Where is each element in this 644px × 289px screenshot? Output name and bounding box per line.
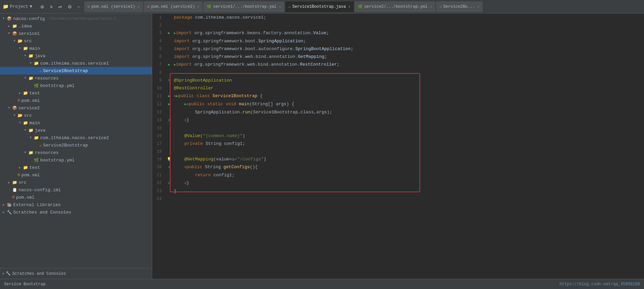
tab-tab-bootstrap-service1[interactable]: 🌿 service1/.../bootstrap.yml ✕ [203, 1, 284, 12]
settings-btn[interactable]: ⚙ [66, 3, 73, 10]
gutter-24[interactable] [166, 195, 172, 203]
gutter-13[interactable] [166, 108, 172, 116]
code-content-4[interactable]: import org.springframework.boot.SpringAp… [172, 37, 644, 45]
tree-item-src-root[interactable]: ▶ 📁 src [0, 179, 152, 186]
tree-item-resources-s2[interactable]: ▼ 📁 resources [0, 149, 152, 156]
fold-btn-9[interactable]: ⊙ [168, 79, 170, 82]
tab-close-tab-bootstrap-service1[interactable]: ✕ [279, 5, 281, 9]
code-content-13[interactable]: SpringApplication.run(Service1Bootstrap.… [172, 108, 644, 116]
tree-item-test-s2[interactable]: ▶ 📁 test [0, 164, 152, 171]
code-content-3[interactable]: ▶import org.springframework.beans.factor… [172, 29, 644, 37]
tree-item-bootstrap-yml-s2[interactable]: 🌿 bootstrap.yml [0, 156, 152, 164]
tree-item-test-s1[interactable]: ▶ 📁 test [0, 89, 152, 97]
code-content-2[interactable] [172, 21, 644, 29]
run-btn-12[interactable]: ▶ [168, 102, 170, 106]
tab-close-tab-pom-service1[interactable]: ✕ [138, 5, 140, 9]
code-content-12[interactable]: ▶⊙public static void main(String[] args)… [172, 100, 644, 108]
gutter-3[interactable]: ▶ [166, 29, 172, 37]
gutter-1[interactable] [166, 14, 172, 21]
tab-tab-bootstrap-service2[interactable]: 🌿 service2/.../bootstrap.yml ✕ [354, 1, 435, 12]
tree-item-pom-s2[interactable]: m pom.xml [0, 171, 152, 179]
code-content-17[interactable]: private String config1; [172, 140, 644, 148]
tree-item-com-s1[interactable]: ▼ 📁 com.itheima.nacos.service1 [0, 60, 152, 67]
gutter-12[interactable]: ▶ [166, 100, 172, 108]
tree-item-main-s1[interactable]: ▼ 📁 main [0, 45, 152, 52]
sync-btn[interactable]: ⊕ [39, 3, 46, 10]
code-content-5[interactable]: import org.springframework.boot.autoconf… [172, 45, 644, 53]
code-content-7[interactable]: ▶import org.springframework.web.bind.ann… [172, 61, 644, 69]
tree-item-nacos-config-iml[interactable]: 📋 nacos-config.iml [0, 186, 152, 194]
tree-item-pom-s1[interactable]: m pom.xml [0, 97, 152, 104]
gutter-7[interactable]: ▶ [166, 61, 172, 69]
gutter-5[interactable] [166, 45, 172, 53]
minus-btn[interactable]: − [76, 3, 82, 10]
gutter-22[interactable]: ⊙ [166, 179, 172, 187]
run-btn-11[interactable]: ▶ [168, 94, 170, 98]
code-content-1[interactable]: package com.itheima.nacos.service1; [172, 14, 644, 21]
gutter-6[interactable] [166, 53, 172, 61]
run-btn-7[interactable]: ▶ [168, 63, 170, 67]
code-content-19[interactable]: @GetMapping(value=⚓✓"/configs") [172, 155, 644, 163]
code-content-10[interactable]: @RestController [172, 84, 644, 92]
gutter-20[interactable]: ⊙ [166, 163, 172, 171]
tree-item-src-s2[interactable]: ▼ 📂 src [0, 112, 152, 119]
gutter-23[interactable] [166, 187, 172, 195]
code-content-15[interactable] [172, 124, 644, 132]
tree-item-com-s2[interactable]: ▼ 📁 com.itheima.nacos.service2 [0, 134, 152, 141]
gutter-8[interactable] [166, 69, 172, 76]
scratches-consoles-item[interactable]: ▶ 🔧 Scratches and Consoles [3, 270, 149, 277]
collapse-btn[interactable]: ≡ [48, 3, 54, 10]
gutter-19[interactable]: 💡 [166, 155, 172, 163]
tab-close-tab-bootstrap-service2[interactable]: ✕ [430, 5, 432, 9]
code-content-14[interactable]: ⊙} [172, 116, 644, 124]
tree-item-idea[interactable]: ▶ 📁 .idea [0, 22, 152, 30]
tree-item-ext-libs[interactable]: ▶ 📚 External Libraries [0, 201, 152, 208]
code-content-20[interactable]: ⊙public String getConfigs(){ [172, 163, 644, 171]
code-content-9[interactable]: @SpringBootApplication [172, 76, 644, 84]
gutter-21[interactable] [166, 171, 172, 179]
code-content-16[interactable]: @Value("{common.name}") [172, 132, 644, 140]
tree-item-service2[interactable]: ▼ 📦 service2 [0, 104, 152, 112]
gutter-14[interactable]: ⊙ [166, 116, 172, 124]
hint-icon-19[interactable]: 💡 [167, 157, 171, 161]
tree-item-scratches[interactable]: ▶ 🔧 Scratches and Consoles [0, 208, 152, 216]
tab-tab-service1bootstrap-java[interactable]: ☕ Service1Bootstrap.java ✕ [285, 1, 354, 12]
tree-item-bootstrap-yml-s1[interactable]: 🌿 bootstrap.yml [0, 82, 152, 89]
gutter-17[interactable] [166, 140, 172, 148]
tree-item-src-s1[interactable]: ▼ 📂 src [0, 37, 152, 45]
gutter-11[interactable]: ▶ [166, 92, 172, 100]
project-menu[interactable]: 📁 Project ▼ [3, 4, 32, 9]
tab-close-tab-service2bootstrap[interactable]: ✕ [477, 5, 479, 9]
tree-item-service1bootstrap[interactable]: ☕ Service1Bootstrap [0, 67, 152, 74]
tab-tab-service2bootstrap[interactable]: ☕ Service2Bo... ✕ [436, 1, 483, 12]
code-content-8[interactable] [172, 69, 644, 76]
expand-btn[interactable]: ⇌ [57, 3, 64, 10]
fold-btn-20[interactable]: ⊙ [168, 165, 170, 169]
gutter-15[interactable] [166, 124, 172, 132]
gutter-16[interactable] [166, 132, 172, 140]
code-content-18[interactable] [172, 148, 644, 155]
run-btn-3[interactable]: ▶ [168, 31, 170, 35]
editor-content[interactable]: 1package com.itheima.nacos.service1;2 3▶… [152, 14, 644, 279]
code-content-23[interactable]: } [172, 187, 644, 195]
tree-item-nacos-config[interactable]: ▼ 📦 nacos-config ~/Documents/workerspace… [0, 15, 152, 22]
gutter-18[interactable] [166, 148, 172, 155]
tree-item-main-s2[interactable]: ▼ 📁 main [0, 119, 152, 127]
fold-btn-14[interactable]: ⊙ [168, 118, 170, 122]
tree-item-java-s1[interactable]: ▼ 📁 java [0, 52, 152, 60]
code-content-22[interactable]: ⊙} [172, 179, 644, 187]
tab-tab-pom-service1[interactable]: m pom.xml (service1) ✕ [84, 1, 143, 12]
tree-item-resources-s1[interactable]: ▼ 📁 resources [0, 74, 152, 82]
code-content-21[interactable]: return config1; [172, 171, 644, 179]
code-content-6[interactable]: import org.springframework.web.bind.anno… [172, 53, 644, 61]
tab-tab-pom-service2[interactable]: m pom.xml (service2) ✕ [144, 1, 203, 12]
gutter-4[interactable] [166, 37, 172, 45]
gutter-10[interactable] [166, 84, 172, 92]
tree-item-pom-root[interactable]: m pom.xml [0, 194, 152, 201]
gutter-9[interactable]: ⊙ [166, 76, 172, 84]
tree-item-java-s2[interactable]: ▼ 📁 java [0, 127, 152, 134]
code-content-11[interactable]: ⊙▶public class Service1Bootstrap { [172, 92, 644, 100]
tree-item-service1[interactable]: ▼ 📦 service1 [0, 30, 152, 37]
tab-close-tab-service1bootstrap-java[interactable]: ✕ [348, 5, 350, 9]
fold-btn-22[interactable]: ⊙ [168, 181, 170, 185]
